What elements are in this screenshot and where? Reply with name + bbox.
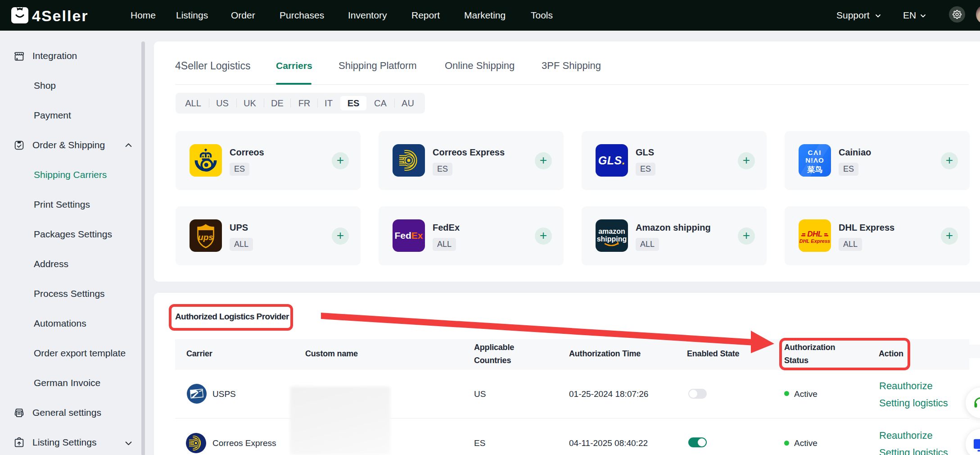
svg-text:shipping: shipping bbox=[597, 235, 627, 243]
svg-text:DHL: DHL bbox=[807, 230, 822, 238]
svg-text:菜鸟: 菜鸟 bbox=[807, 165, 822, 174]
svg-text:DHL Express: DHL Express bbox=[799, 238, 830, 244]
svg-text:ups: ups bbox=[198, 232, 213, 242]
svg-text:CΛI: CΛI bbox=[808, 149, 822, 156]
svg-text:N!ΛO: N!ΛO bbox=[805, 156, 824, 164]
svg-text:amazon: amazon bbox=[598, 228, 625, 235]
